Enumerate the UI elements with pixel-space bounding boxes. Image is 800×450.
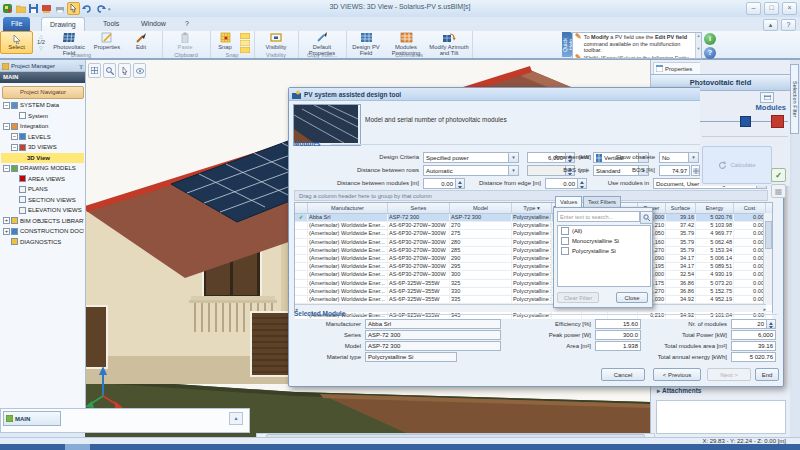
distance-edge-spinner[interactable]: 0.00 — [545, 178, 587, 189]
collapse-icon[interactable]: − — [3, 165, 10, 172]
table-row[interactable]: ✓Abba SrlASP-72 300ASP-72 300Polycrystal… — [295, 214, 772, 222]
tree-item-plans[interactable]: PLANS — [1, 184, 84, 195]
column-header-select[interactable] — [295, 203, 308, 213]
end-button[interactable]: End — [755, 368, 779, 381]
tree-item-drawing-models[interactable]: −DRAWING MODELS — [1, 163, 84, 174]
attachments-box[interactable] — [656, 400, 786, 434]
expand-icon[interactable]: + — [3, 217, 10, 224]
wizard-step-current-icon[interactable] — [740, 116, 751, 127]
tree-item-bim-objects-library[interactable]: +BIM OBJECTS LIBRARY — [1, 216, 84, 227]
edit-button[interactable]: Edit — [126, 32, 156, 50]
next-button[interactable]: Next > — [707, 368, 751, 381]
modules-table[interactable]: ManufacturerSeriesModelType ▾Pow. mod.N.… — [294, 202, 773, 313]
previous-button[interactable]: < Previous — [653, 368, 701, 381]
column-header-Model[interactable]: Model — [450, 203, 512, 213]
expand-icon[interactable] — [760, 92, 774, 103]
table-row[interactable]: (Amerisolar) Worldwide Ener...AS-6P30-27… — [295, 271, 772, 279]
select-cursor-icon[interactable] — [118, 63, 131, 78]
tree-item-integration[interactable]: −Integration — [1, 121, 84, 132]
tab-file[interactable]: File — [3, 17, 30, 31]
properties-button[interactable]: Properties — [90, 32, 124, 50]
filter-item[interactable]: Polycrystalline Si — [558, 246, 650, 256]
ribbon-help-icon[interactable]: ? — [781, 19, 796, 31]
help-icon[interactable]: ? — [704, 47, 716, 59]
tree-item-system-data[interactable]: −SYSTEM Data — [1, 100, 84, 111]
layout-tab-main[interactable]: MAIN — [3, 411, 61, 426]
design-criteria-select[interactable]: Specified power▾ — [423, 152, 519, 163]
collapse-icon[interactable]: − — [3, 123, 10, 130]
quick-help-tab[interactable]: Quick Help — [562, 32, 572, 57]
distance-modules-spinner[interactable]: 0.00 — [423, 178, 465, 189]
calculate-button[interactable]: Calculate — [702, 146, 772, 184]
minimize-ribbon-icon[interactable]: ▴ — [763, 19, 778, 31]
tree-item-3d-view[interactable]: 3D View — [1, 153, 84, 164]
table-vscrollbar[interactable] — [763, 213, 772, 305]
tree-item-construction-documents[interactable]: +CONSTRUCTION DOCUMENTS — [1, 226, 84, 237]
distance-rows-select[interactable]: Automatic▾ — [423, 165, 519, 176]
project-navigator-button[interactable]: Project Navigator — [2, 86, 84, 99]
checkbox-icon[interactable] — [561, 247, 569, 255]
attachments-header[interactable]: ▸ Attachments — [657, 387, 701, 395]
table-row[interactable]: (Amerisolar) Worldwide Ener...AS-6P-325W… — [295, 280, 772, 288]
bos-pct-field[interactable]: 74.97 — [659, 165, 690, 176]
expand-icon[interactable]: + — [3, 228, 10, 235]
table-row[interactable]: (Amerisolar) Worldwide Ener...AS-6P30-27… — [295, 230, 772, 238]
tree-item-elevation-views[interactable]: ELEVATION VIEWS — [1, 205, 84, 216]
table-row[interactable]: (Amerisolar) Worldwide Ener...AS-6P-325W… — [295, 296, 772, 304]
table-header[interactable]: ManufacturerSeriesModelType ▾Pow. mod.N.… — [295, 203, 772, 214]
filter-item[interactable]: Monocrystalline Si — [558, 236, 650, 246]
show-obsolete-select[interactable]: No▾ — [659, 152, 699, 163]
select-button[interactable]: Select — [0, 31, 33, 54]
tree-item-levels[interactable]: −LEVELS — [1, 132, 84, 143]
tree-item-diagnostics[interactable]: DIAGNOSTICS — [1, 237, 84, 248]
group-by-band[interactable]: Drag a column header here to group by th… — [294, 190, 768, 201]
cancel-button[interactable]: Cancel — [601, 368, 645, 381]
snap-button[interactable]: Snap — [212, 32, 238, 50]
visibility-eye-icon[interactable] — [133, 63, 146, 78]
tree-item-area-views[interactable]: AREA VIEWS — [1, 174, 84, 185]
half-stepper[interactable]: △ 1/2 ▽ — [34, 33, 48, 51]
checkbox-icon[interactable] — [561, 227, 569, 235]
clear-filter-button[interactable]: Clear Filter — [557, 292, 599, 303]
tab-drawing[interactable]: Drawing — [41, 17, 85, 32]
sm-nr-modules-spinner[interactable]: 20 — [731, 319, 776, 329]
column-header-Cost[interactable]: Cost — [734, 203, 766, 213]
table-row[interactable]: (Amerisolar) Worldwide Ener...AS-6P30-27… — [295, 222, 772, 230]
collapse-icon[interactable]: − — [3, 102, 10, 109]
table-row[interactable]: (Amerisolar) Worldwide Ener...AS-6P-325W… — [295, 288, 772, 296]
column-header-Manufacturer[interactable]: Manufacturer — [308, 203, 388, 213]
table-row[interactable]: (Amerisolar) Worldwide Ener...AS-6P30-27… — [295, 263, 772, 271]
grid-icon[interactable] — [88, 63, 101, 78]
column-header-Type[interactable]: Type ▾ — [512, 203, 552, 213]
bos-calc-icon[interactable] — [691, 165, 700, 176]
tabbar-collapse-icon[interactable]: ▴ — [229, 412, 243, 425]
collapse-icon[interactable]: − — [11, 144, 18, 151]
tab-help[interactable]: ? — [177, 17, 197, 31]
maximize-icon[interactable]: □ — [764, 2, 779, 15]
tree-item-section-views[interactable]: SECTION VIEWS — [1, 195, 84, 206]
info-icon[interactable]: i — [704, 33, 716, 45]
wizard-step-next-icon[interactable] — [771, 115, 784, 128]
column-header-Surface[interactable]: Surface — [666, 203, 696, 213]
tab-selection-filter[interactable]: Selection Filter — [790, 64, 799, 134]
visibility-button[interactable]: Visibility — [260, 32, 292, 50]
confirm-check-icon[interactable]: ✓ — [771, 168, 786, 182]
tree-item-3d-views[interactable]: −3D VIEWS — [1, 142, 84, 153]
checkbox-icon[interactable] — [561, 237, 569, 245]
tab-window[interactable]: Window — [133, 17, 174, 31]
filter-search-input[interactable]: Enter text to search... — [557, 211, 640, 222]
collapse-icon[interactable]: − — [11, 133, 18, 140]
secondary-action-icon[interactable]: ▦ — [771, 184, 786, 198]
filter-item[interactable]: (All) — [558, 226, 650, 236]
column-header-Energy[interactable]: Energy — [696, 203, 734, 213]
table-row[interactable]: (Amerisolar) Worldwide Ener...AS-6P30-27… — [295, 255, 772, 263]
minimize-icon[interactable]: – — [746, 2, 761, 15]
column-header-Series[interactable]: Series — [388, 203, 450, 213]
close-button[interactable]: Close — [616, 292, 648, 303]
filter-list[interactable]: (All)Monocrystalline SiPolycrystalline S… — [557, 225, 651, 287]
tab-tools[interactable]: Tools — [95, 17, 127, 31]
table-row[interactable]: (Amerisolar) Worldwide Ener...AS-6P30-27… — [295, 239, 772, 247]
search-icon[interactable] — [640, 211, 653, 224]
table-hscrollbar[interactable]: ◂▸ — [295, 304, 766, 312]
snap-options-stack[interactable] — [240, 33, 250, 53]
